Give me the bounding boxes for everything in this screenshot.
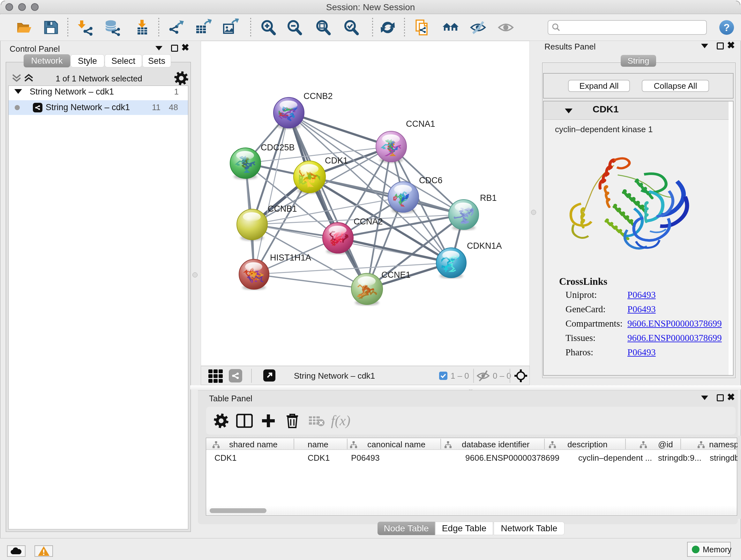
svg-text:CDC25B: CDC25B [261, 143, 295, 152]
svg-text:HIST1H1A: HIST1H1A [270, 253, 311, 262]
svg-text:CCNA2: CCNA2 [354, 217, 383, 226]
svg-text:RB1: RB1 [480, 193, 497, 203]
svg-text:CCNA1: CCNA1 [406, 119, 435, 129]
svg-text:CDC6: CDC6 [419, 176, 443, 185]
svg-text:CDK1: CDK1 [325, 156, 348, 165]
svg-text:CCNB1: CCNB1 [268, 204, 297, 213]
svg-text:CCNB2: CCNB2 [304, 91, 333, 101]
svg-text:CDKN1A: CDKN1A [467, 241, 502, 251]
svg-text:CCNE1: CCNE1 [381, 270, 411, 280]
